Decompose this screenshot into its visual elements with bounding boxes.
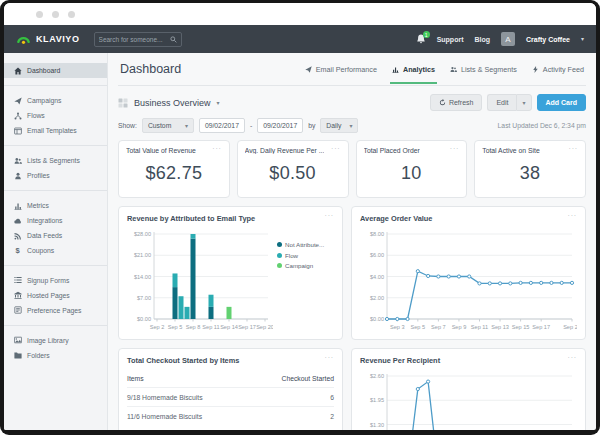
board-selector[interactable]: Business Overview ▾ [118,98,220,108]
tab-email-performance[interactable]: Email Performance [305,65,377,74]
sidebar-divider [4,265,107,266]
card-menu-button[interactable]: ··· [568,214,577,218]
bar-chart-icon [13,202,22,210]
sidebar-divider [4,190,107,191]
edit-dropdown-button[interactable]: ▾ [516,94,531,111]
account-menu[interactable]: Crafty Coffee [526,36,570,43]
sidebar-item-coupons[interactable]: $Coupons [4,243,107,258]
refresh-icon [439,99,446,106]
card-menu-button[interactable]: ··· [568,356,577,360]
start-date-input[interactable]: 09/02/2017 [199,118,245,133]
legend-item-flow: Flow [277,252,331,259]
tab-label: Analytics [403,65,435,74]
revenue-by-email-type-chart: $0.00$7.00$14.00$21.00$28.00Sep 2Sep 5Se… [127,228,273,332]
checkout-started-by-items-card: Total Checkout Started by Items ··· Item… [118,348,343,430]
search-icon [170,36,177,43]
tab-label: Lists & Segments [461,65,517,74]
svg-text:Sep 17: Sep 17 [238,324,256,330]
stat-cards-row: Total Value of Revenue···$62.75Avg. Dail… [118,140,586,198]
by-label: by [308,122,315,129]
end-date-input[interactable]: 09/20/2017 [257,118,303,133]
svg-text:$2.60: $2.60 [370,373,384,379]
stat-value: 38 [482,163,578,184]
global-search[interactable] [94,32,182,47]
svg-text:Sep 2: Sep 2 [150,324,165,330]
blog-link[interactable]: Blog [474,36,490,43]
stat-value: $0.50 [245,163,341,184]
chart-legend: Not Attribute...FlowCampaign [273,228,331,332]
add-card-button[interactable]: Add Card [537,94,587,111]
legend-dot [277,242,282,247]
sidebar-divider [4,325,107,326]
checkout-items-table: Items Checkout Started 9/18 Homemade Bis… [127,372,334,425]
lightning-icon [532,66,539,73]
sidebar-item-label: Profiles [27,172,50,179]
average-order-value-chart: $0.00$2.00$4.00$6.00$8.00Sep 3Sep 5Sep 7… [360,228,577,332]
form-icon [13,276,22,284]
support-link[interactable]: Support [437,36,464,43]
page-icon [13,306,22,314]
date-range-type-select[interactable]: Custom ▾ [142,118,194,133]
sidebar-item-label: Metrics [27,202,49,209]
svg-text:Sep 13: Sep 13 [491,324,509,330]
notifications-bell-icon[interactable]: 1 [416,34,426,44]
klaviyo-logo[interactable]: KLAVIYO [16,32,80,47]
sidebar-item-integrations[interactable]: Integrations [4,213,107,228]
edit-button[interactable]: Edit [487,94,516,111]
sidebar-item-lists-segments[interactable]: Lists & Segments [4,153,107,168]
sidebar-item-email-templates[interactable]: Email Templates [4,123,107,138]
image-icon [13,336,22,344]
column-header-checkout-started: Checkout Started [281,375,334,382]
sidebar-item-preference-pages[interactable]: Preference Pages [4,303,107,318]
tab-analytics[interactable]: Analytics [392,65,435,74]
rss-icon [13,232,22,240]
svg-text:$7.00: $7.00 [137,295,151,301]
svg-text:Sep 15: Sep 15 [512,324,530,330]
sidebar-item-flows[interactable]: Flows [4,108,107,123]
tab-lists-segments[interactable]: Lists & Segments [450,65,517,74]
search-input[interactable] [99,36,167,43]
sidebar-item-image-library[interactable]: Image Library [4,333,107,348]
refresh-button[interactable]: Refresh [430,94,483,111]
bottom-cards-row: Total Checkout Started by Items ··· Item… [118,348,586,430]
chevron-down-icon: ▾ [185,123,188,129]
board-name: Business Overview [134,98,211,108]
card-menu-button[interactable]: ··· [325,214,334,218]
chevron-down-icon: ▾ [349,123,352,129]
range-type-value: Custom [148,122,171,129]
cloud-icon [13,217,22,225]
show-label: Show: [118,122,137,129]
card-menu-button[interactable]: ··· [212,147,221,151]
svg-text:Sep 14: Sep 14 [220,324,238,330]
interval-select[interactable]: Daily ▾ [320,118,358,133]
sidebar-item-hosted-pages[interactable]: Hosted Pages [4,288,107,303]
sidebar-item-profiles[interactable]: Profiles [4,168,107,183]
window-control-dot [52,11,59,18]
svg-text:$1.30: $1.30 [370,422,384,428]
send-icon [305,66,312,73]
sidebar-item-campaigns[interactable]: Campaigns [4,93,107,108]
sidebar-item-folders[interactable]: Folders [4,348,107,363]
main-content: Dashboard Email PerformanceAnalyticsList… [108,53,596,430]
card-menu-button[interactable]: ··· [450,147,459,151]
stat-value: 10 [364,163,460,184]
sidebar-item-data-feeds[interactable]: Data Feeds [4,228,107,243]
card-menu-button[interactable]: ··· [569,147,578,151]
svg-text:$28.00: $28.00 [134,231,151,237]
svg-text:Sep 20: Sep 20 [563,324,577,330]
tab-activity-feed[interactable]: Activity Feed [532,65,584,74]
table-body: 9/18 Homemade Biscuits611/6 Homemade Bis… [127,387,334,425]
page-title: Dashboard [120,62,181,76]
sidebar-item-signup-forms[interactable]: Signup Forms [4,273,107,288]
card-title: Total Checkout Started by Items [127,356,239,365]
sidebar-item-metrics[interactable]: Metrics [4,198,107,213]
card-menu-button[interactable]: ··· [325,356,334,360]
folder-icon [13,351,22,359]
sidebar-item-label: Campaigns [27,97,61,104]
interval-value: Daily [326,122,341,129]
legend-label: Not Attribute... [285,241,324,248]
sidebar-item-dashboard[interactable]: Dashboard [4,63,107,78]
svg-text:$4.00: $4.00 [370,274,384,280]
app-body: DashboardCampaignsFlowsEmail TemplatesLi… [4,53,596,430]
card-menu-button[interactable]: ··· [331,147,340,151]
